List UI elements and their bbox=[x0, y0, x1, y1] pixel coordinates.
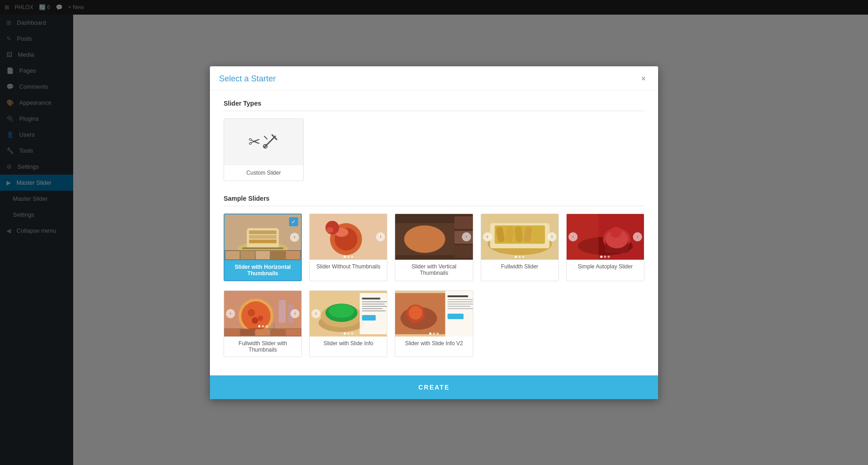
food-image-4 bbox=[481, 214, 558, 260]
dot-2 bbox=[262, 325, 264, 327]
no-thumbs-thumb: › bbox=[310, 214, 387, 260]
dot-2 bbox=[519, 256, 521, 258]
create-button[interactable]: CREATE bbox=[210, 375, 658, 399]
dot-3 bbox=[522, 256, 525, 258]
svg-rect-44 bbox=[279, 300, 286, 323]
slide-next-arrow-2[interactable]: › bbox=[376, 232, 385, 241]
svg-point-42 bbox=[258, 315, 263, 321]
modal-title: Select a Starter bbox=[219, 74, 276, 84]
slide-dots-7 bbox=[343, 332, 353, 335]
svg-point-51 bbox=[329, 304, 354, 318]
slide-info-label: Slider with Slide Info bbox=[310, 337, 387, 350]
svg-rect-22 bbox=[455, 245, 473, 258]
svg-rect-72 bbox=[448, 314, 464, 319]
svg-rect-53 bbox=[362, 298, 380, 299]
svg-rect-71 bbox=[448, 308, 473, 309]
sample-sliders-row2: ‹ › bbox=[224, 290, 644, 357]
fullwidth-thumbs-label: Fullwidth Slider with Thumbnails bbox=[224, 337, 301, 357]
slide-dots-2 bbox=[343, 256, 353, 258]
food-image-2 bbox=[310, 214, 387, 260]
svg-rect-8 bbox=[249, 235, 277, 239]
svg-point-36 bbox=[610, 227, 621, 238]
slider-types-title: Slider Types bbox=[224, 100, 644, 111]
dot-3 bbox=[351, 332, 353, 335]
food-image-8 bbox=[395, 291, 472, 337]
slide-next-arrow-5[interactable]: › bbox=[633, 232, 642, 241]
slide-next-arrow-6[interactable]: › bbox=[290, 309, 300, 318]
svg-point-19 bbox=[404, 225, 445, 253]
svg-rect-9 bbox=[249, 240, 277, 243]
dot-2 bbox=[347, 256, 349, 258]
svg-point-64 bbox=[409, 306, 423, 320]
slider-card-fullwidth-thumbs[interactable]: ‹ › bbox=[224, 290, 302, 357]
fullwidth-label: Fullwidth Slider bbox=[481, 260, 558, 273]
svg-rect-59 bbox=[362, 315, 376, 321]
dot-2 bbox=[433, 332, 435, 335]
svg-rect-7 bbox=[249, 230, 277, 234]
slider-card-slide-info-v2[interactable]: Slider with Slide Info V2 bbox=[395, 290, 473, 357]
svg-rect-70 bbox=[448, 306, 471, 307]
autoplay-label: Simple Autoplay Slider bbox=[567, 260, 644, 273]
svg-rect-57 bbox=[362, 308, 383, 309]
slider-card-horizontal-thumbs[interactable]: ✓ › Slide bbox=[224, 214, 302, 281]
modal-overlay[interactable]: Select a Starter × Slider Types ✂ bbox=[0, 0, 868, 465]
dot-1 bbox=[343, 332, 346, 335]
custom-slider-thumb: ✂ bbox=[224, 119, 303, 165]
svg-rect-54 bbox=[362, 301, 387, 302]
horizontal-thumbs-thumb: ✓ › bbox=[225, 214, 301, 260]
slide-dots-4 bbox=[515, 256, 525, 258]
svg-rect-55 bbox=[362, 304, 385, 305]
food-image-5 bbox=[567, 214, 644, 260]
slide-prev-arrow-6[interactable]: ‹ bbox=[226, 309, 235, 318]
modal-header: Select a Starter × bbox=[210, 66, 658, 91]
slide-info-v2-thumb bbox=[395, 291, 472, 337]
dot-3 bbox=[436, 332, 439, 335]
slider-card-no-thumbs[interactable]: › Slider Without Thumbnails bbox=[309, 214, 387, 281]
slider-card-fullwidth[interactable]: ‹ › Fullwidth Slider bbox=[481, 214, 559, 281]
slide-prev-arrow-4[interactable]: ‹ bbox=[483, 232, 492, 241]
slide-info-thumb: ‹ bbox=[310, 291, 387, 337]
svg-rect-69 bbox=[448, 304, 473, 305]
dot-2 bbox=[604, 256, 606, 258]
svg-rect-58 bbox=[362, 310, 386, 311]
fullwidth-thumbs-thumb: ‹ › bbox=[224, 291, 301, 337]
svg-rect-56 bbox=[362, 306, 387, 307]
selected-checkmark: ✓ bbox=[289, 217, 298, 226]
select-starter-modal: Select a Starter × Slider Types ✂ bbox=[210, 66, 658, 399]
sample-sliders-title: Sample Sliders bbox=[224, 195, 644, 206]
dot-3 bbox=[265, 325, 268, 327]
slide-next-arrow-4[interactable]: › bbox=[547, 232, 557, 241]
no-thumbs-label: Slider Without Thumbnails bbox=[310, 260, 387, 273]
svg-rect-67 bbox=[448, 299, 473, 300]
slider-card-vertical-thumbs[interactable]: › Slider with Vertical Thumbnails bbox=[395, 214, 473, 281]
custom-slider-label: Custom Slider bbox=[224, 165, 303, 181]
slide-dots-8 bbox=[429, 332, 439, 335]
dot-2 bbox=[347, 332, 349, 335]
modal-close-button[interactable]: × bbox=[638, 74, 649, 85]
autoplay-thumb: ‹ › bbox=[567, 214, 644, 260]
svg-rect-10 bbox=[242, 247, 284, 249]
slide-next-arrow-1[interactable]: › bbox=[290, 233, 299, 242]
dot-1 bbox=[515, 256, 517, 258]
dot-1 bbox=[429, 332, 431, 335]
svg-point-41 bbox=[248, 309, 255, 316]
slide-prev-arrow-7[interactable]: ‹ bbox=[311, 309, 321, 318]
slider-card-autoplay[interactable]: ‹ › Simple Autoplay Slider bbox=[566, 214, 644, 281]
slider-card-slide-info[interactable]: ‹ Slider with Slide Info bbox=[309, 290, 387, 357]
slide-prev-arrow-5[interactable]: ‹ bbox=[568, 232, 578, 241]
food-image-7 bbox=[310, 291, 387, 337]
fullwidth-thumb: ‹ › bbox=[481, 214, 558, 260]
dot-1 bbox=[343, 256, 346, 258]
svg-point-16 bbox=[327, 227, 334, 233]
slide-dots-6 bbox=[258, 325, 268, 327]
wrench-and-screwdriver-icon: ✂ bbox=[248, 133, 261, 150]
empty-card-1 bbox=[481, 290, 559, 357]
slider-types-grid: ✂ Custom Slider bbox=[224, 118, 644, 181]
svg-rect-68 bbox=[448, 301, 473, 302]
modal-body[interactable]: Slider Types ✂ Custom Slider bbox=[210, 91, 658, 375]
custom-slider-card[interactable]: ✂ Custom Slider bbox=[224, 118, 304, 181]
slide-next-arrow-3[interactable]: › bbox=[462, 232, 471, 241]
vertical-thumbs-thumb: › bbox=[395, 214, 472, 260]
svg-point-15 bbox=[326, 221, 339, 235]
svg-line-3 bbox=[264, 136, 267, 139]
